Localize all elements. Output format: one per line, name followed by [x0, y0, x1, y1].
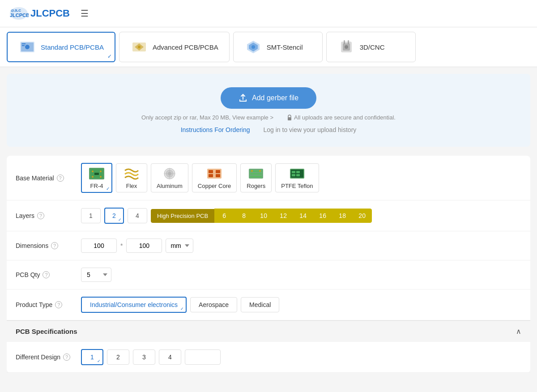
tab-cnc[interactable]: 3D/CNC	[326, 32, 416, 62]
material-aluminum[interactable]: Aluminum	[151, 163, 188, 192]
layer-10[interactable]: 10	[254, 209, 273, 223]
header: @JLC JLCPCB JLCPCB ☰	[0, 0, 537, 27]
pcb-qty-help-icon[interactable]: ?	[43, 271, 50, 278]
product-type-options: Industrial/Consumer electronics Aerospac…	[81, 297, 279, 313]
dimensions-row: Dimensions ? * mm inch	[7, 231, 530, 260]
svg-point-24	[100, 176, 102, 178]
layer-8[interactable]: 8	[234, 209, 254, 223]
login-link[interactable]: Log in to view your upload history	[264, 126, 357, 133]
unit-select[interactable]: mm inch	[166, 239, 193, 253]
tab-advanced-icon	[130, 38, 148, 56]
layer-4[interactable]: 4	[128, 208, 147, 223]
pcb-specs-header[interactable]: PCB Specifications ∧	[7, 320, 530, 342]
rogers-label: Rogers	[247, 183, 265, 189]
svg-point-15	[345, 45, 348, 49]
svg-point-41	[259, 170, 261, 172]
svg-text:JLCPCB: JLCPCB	[10, 13, 29, 18]
material-rogers[interactable]: Rogers	[240, 163, 272, 192]
svg-rect-18	[288, 117, 291, 120]
different-design-help-icon[interactable]: ?	[63, 354, 70, 361]
svg-rect-33	[209, 174, 213, 177]
different-design-row: Different Design ? 1 2 3 4	[7, 342, 530, 373]
tab-standard[interactable]: Standard PCB/PCBA	[7, 32, 115, 62]
layer-12[interactable]: 12	[273, 209, 293, 223]
design-1[interactable]: 1	[81, 349, 103, 365]
fr4-label: FR-4	[90, 183, 103, 189]
material-fr4[interactable]: FR-4	[81, 163, 112, 193]
tab-bar: Standard PCB/PCBA Advanced PCB/PCBA SMT-…	[0, 27, 537, 67]
layer-18[interactable]: 18	[332, 209, 352, 223]
svg-point-9	[138, 46, 141, 48]
svg-rect-25	[94, 173, 99, 175]
upload-section: Add gerber file Only accept zip or rar, …	[7, 74, 530, 147]
svg-rect-32	[209, 170, 213, 173]
material-ptfe[interactable]: PTFE Teflon	[275, 163, 319, 192]
upload-hint: Only accept zip or rar, Max 20 MB, View …	[141, 114, 273, 121]
tab-standard-label: Standard PCB/PCBA	[41, 43, 104, 51]
layer-20[interactable]: 20	[352, 209, 372, 223]
svg-rect-45	[296, 171, 300, 173]
pcb-qty-select[interactable]: 5 10 15 20 25 30 50 75 100	[81, 268, 111, 282]
product-industrial[interactable]: Industrial/Consumer electronics	[81, 297, 187, 313]
svg-point-22	[100, 170, 102, 172]
add-gerber-button[interactable]: Add gerber file	[221, 87, 316, 109]
product-type-label: Product Type ?	[16, 301, 74, 308]
svg-text:@JLC: @JLC	[11, 9, 21, 13]
layer-14[interactable]: 14	[293, 209, 313, 223]
base-material-help-icon[interactable]: ?	[57, 175, 64, 182]
design-3[interactable]: 3	[133, 349, 155, 365]
layer-16[interactable]: 16	[313, 209, 332, 223]
tab-advanced[interactable]: Advanced PCB/PCBA	[119, 32, 230, 62]
product-medical[interactable]: Medical	[241, 297, 279, 312]
svg-point-23	[92, 176, 94, 178]
design-custom-input[interactable]	[185, 349, 221, 365]
flex-label: Flex	[126, 183, 137, 189]
material-flex[interactable]: Flex	[116, 163, 147, 192]
logo: @JLC JLCPCB JLCPCB	[9, 5, 70, 21]
layer-2[interactable]: 2	[104, 208, 124, 224]
secure-text: All uploads are secure and confidential.	[287, 114, 396, 121]
svg-rect-47	[296, 174, 300, 176]
base-material-label: Base Material ?	[16, 175, 74, 182]
different-design-label: Different Design ?	[16, 354, 74, 361]
tab-smt-icon	[244, 38, 262, 56]
tab-cnc-label: 3D/CNC	[360, 43, 385, 51]
product-aerospace[interactable]: Aerospace	[190, 297, 237, 312]
svg-rect-6	[22, 43, 26, 44]
menu-icon[interactable]: ☰	[81, 8, 89, 19]
base-material-row: Base Material ?	[7, 156, 530, 200]
design-2[interactable]: 2	[107, 349, 129, 365]
svg-rect-34	[216, 170, 220, 173]
dimension-separator: *	[120, 242, 123, 249]
product-type-help-icon[interactable]: ?	[55, 301, 62, 308]
dimensions-help-icon[interactable]: ?	[51, 242, 58, 249]
material-copper[interactable]: Copper Core	[192, 163, 237, 192]
layer-1[interactable]: 1	[81, 208, 101, 223]
svg-rect-7	[22, 45, 25, 46]
layer-6[interactable]: 6	[214, 209, 234, 223]
upload-links: Instructions For Ordering Log in to view…	[181, 126, 357, 133]
base-material-options: FR-4 Flex	[81, 163, 319, 193]
svg-rect-46	[292, 174, 295, 176]
tab-smt[interactable]: SMT-Stencil	[233, 32, 323, 62]
dimension-height[interactable]	[126, 239, 162, 253]
high-precision-label[interactable]: High Precision PCB	[151, 209, 214, 223]
layers-help-icon[interactable]: ?	[37, 212, 44, 219]
aluminum-label: Aluminum	[157, 183, 183, 189]
different-design-options: 1 2 3 4	[81, 349, 221, 365]
tab-cnc-icon	[337, 38, 355, 56]
svg-rect-43	[291, 170, 303, 178]
upload-icon	[239, 94, 247, 102]
dimension-width[interactable]	[81, 239, 117, 253]
form-section: Base Material ?	[7, 156, 530, 373]
svg-rect-35	[216, 174, 220, 177]
product-type-row: Product Type ? Industrial/Consumer elect…	[7, 290, 530, 320]
design-4[interactable]: 4	[159, 349, 181, 365]
pcb-qty-label: PCB Qty ?	[16, 271, 74, 278]
pcb-qty-options: 5 10 15 20 25 30 50 75 100	[81, 268, 111, 282]
upload-button-label: Add gerber file	[252, 94, 298, 102]
dimensions-label: Dimensions ?	[16, 242, 74, 249]
svg-point-40	[251, 170, 253, 172]
logo-text: JLCPCB	[30, 8, 70, 19]
instructions-link[interactable]: Instructions For Ordering	[181, 126, 250, 133]
